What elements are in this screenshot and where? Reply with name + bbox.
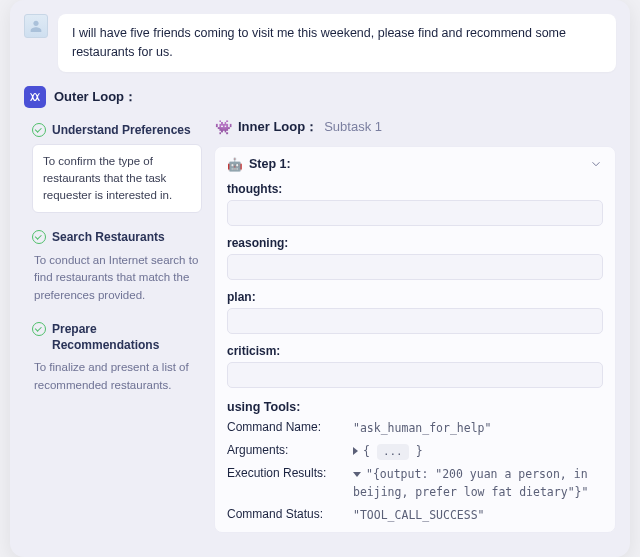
- step-label: Step 1:: [249, 157, 291, 171]
- inner-loop-header: 👾 Inner Loop： Subtask 1: [214, 118, 616, 136]
- sidebar-item-desc: To finalize and present a list of recomm…: [32, 359, 202, 395]
- command-name-value: "ask_human_for_help": [353, 420, 603, 437]
- reasoning-label: reasoning:: [227, 236, 603, 250]
- outer-loop-icon: [24, 86, 46, 108]
- using-tools-label: using Tools:: [227, 400, 603, 414]
- sidebar-item-title: Search Restaurants: [52, 229, 165, 245]
- main-panel: 👾 Inner Loop： Subtask 1 🤖 Step 1: though…: [214, 118, 616, 534]
- step-card-header[interactable]: 🤖 Step 1:: [227, 157, 603, 172]
- body: Understand Preferences To confirm the ty…: [24, 118, 616, 534]
- robot-icon: 🤖: [227, 157, 243, 172]
- tools-table: Command Name: "ask_human_for_help" Argum…: [227, 420, 603, 525]
- plan-input[interactable]: [227, 308, 603, 334]
- user-avatar: [24, 14, 48, 38]
- thoughts-input[interactable]: [227, 200, 603, 226]
- inner-loop-subtask: Subtask 1: [324, 119, 382, 134]
- sidebar-item-prepare[interactable]: Prepare Recommendations To finalize and …: [32, 321, 202, 395]
- user-prompt: I will have five friends coming to visit…: [58, 14, 616, 72]
- sidebar-item-desc: To confirm the type of restaurants that …: [32, 144, 202, 214]
- sidebar-item-title: Prepare Recommendations: [52, 321, 202, 353]
- check-icon: [32, 322, 46, 336]
- step-card: 🤖 Step 1: thoughts: reasoning: plan: cri…: [214, 146, 616, 534]
- outer-loop-header: Outer Loop：: [24, 86, 616, 108]
- command-name-key: Command Name:: [227, 420, 353, 437]
- sidebar-item-understand[interactable]: Understand Preferences To confirm the ty…: [32, 122, 202, 214]
- command-status-key: Command Status:: [227, 507, 353, 524]
- user-prompt-row: I will have five friends coming to visit…: [24, 14, 616, 72]
- plan-label: plan:: [227, 290, 603, 304]
- arguments-key: Arguments:: [227, 443, 353, 461]
- sidebar-item-desc: To conduct an Internet search to find re…: [32, 252, 202, 305]
- check-icon: [32, 123, 46, 137]
- outer-loop-label: Outer Loop：: [54, 88, 137, 106]
- check-icon: [32, 230, 46, 244]
- chevron-down-icon[interactable]: [589, 157, 603, 171]
- app-container: I will have five friends coming to visit…: [10, 0, 630, 557]
- execution-results-value[interactable]: "{output: "200 yuan a person, in beijing…: [353, 466, 603, 501]
- execution-results-key: Execution Results:: [227, 466, 353, 501]
- reasoning-input[interactable]: [227, 254, 603, 280]
- expand-right-icon[interactable]: [353, 447, 358, 455]
- sidebar: Understand Preferences To confirm the ty…: [24, 118, 202, 534]
- inner-loop-label: Inner Loop：: [238, 118, 318, 136]
- command-status-value: "TOOL_CALL_SUCCESS": [353, 507, 603, 524]
- criticism-label: criticism:: [227, 344, 603, 358]
- arguments-value[interactable]: { ... }: [353, 443, 603, 461]
- sidebar-item-title: Understand Preferences: [52, 122, 191, 138]
- thoughts-label: thoughts:: [227, 182, 603, 196]
- criticism-input[interactable]: [227, 362, 603, 388]
- inner-loop-icon: 👾: [214, 118, 232, 136]
- sidebar-item-search[interactable]: Search Restaurants To conduct an Interne…: [32, 229, 202, 305]
- expand-down-icon[interactable]: [353, 472, 361, 477]
- args-ellipsis[interactable]: ...: [377, 444, 409, 461]
